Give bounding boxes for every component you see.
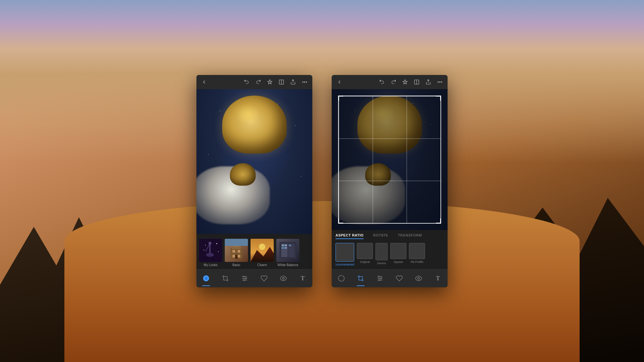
right-redo-button[interactable]	[389, 78, 398, 87]
star	[220, 111, 220, 111]
back-button[interactable]	[200, 78, 209, 87]
star	[278, 104, 278, 104]
right-bottom-heal-button[interactable]	[393, 272, 406, 285]
bottom-looks-button[interactable]	[200, 272, 213, 285]
aspect-options: Unconstrained Original Device Square	[336, 243, 444, 266]
share-button[interactable]	[289, 78, 298, 87]
right-compare-button[interactable]	[412, 78, 421, 87]
magic-button[interactable]	[265, 78, 274, 87]
look-label-mylooks: My Looks	[204, 263, 218, 267]
more-button[interactable]	[300, 78, 309, 87]
svg-rect-24	[225, 239, 248, 246]
aspect-option-unconstrained[interactable]: Unconstrained	[336, 243, 354, 266]
crop-corner-bl[interactable]	[338, 218, 343, 224]
tab-aspect-ratio[interactable]: ASPECT RATIO	[336, 233, 364, 239]
aspect-box-square	[390, 243, 406, 259]
bottom-text-button[interactable]: T	[296, 272, 309, 285]
svg-point-45	[243, 280, 245, 281]
undo-button[interactable]	[242, 78, 251, 87]
svg-rect-35	[282, 247, 284, 249]
aspect-box-device	[375, 243, 388, 260]
aspect-option-square[interactable]: Square	[390, 243, 406, 264]
look-thumb-mylooks	[199, 239, 222, 262]
right-bottom-looks-button[interactable]	[335, 272, 348, 285]
look-thumb-whitebalance	[276, 239, 299, 262]
svg-point-60	[379, 280, 380, 281]
aspect-box-original	[357, 243, 373, 259]
look-thumb-charm	[251, 239, 274, 262]
svg-rect-23	[235, 255, 238, 259]
bottom-adjust-button[interactable]	[238, 272, 251, 285]
bottom-redeye-button[interactable]	[277, 272, 290, 285]
aspect-option-device[interactable]: Device	[375, 243, 388, 265]
crop-corner-br[interactable]	[436, 218, 441, 224]
jellyfish-scene	[196, 89, 312, 234]
right-bottom-text-button[interactable]: T	[431, 272, 444, 285]
svg-point-51	[440, 81, 440, 82]
look-item-basic[interactable]: Basic	[225, 239, 248, 267]
right-share-button[interactable]	[424, 78, 433, 87]
compare-button[interactable]	[277, 78, 286, 87]
right-bottom-toolbar: T	[332, 269, 448, 287]
left-bottom-toolbar: T	[196, 269, 312, 287]
jellyfish-bell-large	[222, 96, 287, 153]
tab-transform[interactable]: TRANSFORM	[398, 233, 422, 239]
crop-corner-tr[interactable]	[436, 96, 441, 101]
redo-button[interactable]	[254, 78, 263, 87]
right-bottom-crop-button[interactable]	[354, 272, 367, 285]
star	[301, 176, 301, 177]
svg-rect-54	[359, 277, 363, 280]
svg-rect-34	[289, 245, 291, 246]
right-back-button[interactable]	[335, 78, 344, 87]
aspect-label-unconstrained: Unconstrained	[336, 263, 354, 266]
right-undo-button[interactable]	[377, 78, 386, 87]
look-label-whitebalance: White Balance	[278, 263, 298, 267]
crop-corner-tl[interactable]	[338, 96, 343, 101]
look-item-mylooks[interactable]: My Looks	[199, 239, 222, 267]
aspect-label-fb-profile: FB Profile	[411, 260, 423, 264]
svg-point-43	[243, 276, 244, 277]
left-phone-panel: My Looks	[196, 75, 312, 287]
aspect-option-original[interactable]: Original	[357, 243, 373, 264]
look-item-whitebalance[interactable]: White Balance	[276, 239, 299, 267]
svg-point-44	[245, 278, 247, 279]
look-label-basic: Basic	[232, 263, 240, 267]
aspect-label-square: Square	[394, 260, 403, 264]
right-magic-button[interactable]	[401, 78, 410, 87]
svg-point-61	[418, 277, 420, 279]
bottom-crop-button[interactable]	[219, 272, 232, 285]
aspect-option-fb-profile[interactable]: FB Profile	[409, 243, 425, 264]
right-phone-panel: ASPECT RATIO ROTATE TRANSFORM Unconstrai…	[332, 75, 448, 287]
aspect-tabs: ASPECT RATIO ROTATE TRANSFORM	[336, 233, 444, 239]
bottom-heal-button[interactable]	[258, 272, 270, 285]
svg-rect-20	[238, 250, 240, 253]
aspect-label-original: Original	[360, 260, 370, 264]
svg-point-14	[218, 251, 219, 252]
svg-rect-22	[238, 255, 240, 257]
star	[295, 125, 296, 126]
aspect-label-device: Device	[377, 262, 386, 265]
right-more-button[interactable]	[435, 78, 444, 87]
svg-rect-21	[232, 255, 235, 257]
looks-panel: My Looks	[196, 234, 312, 269]
aspect-ratio-panel: ASPECT RATIO ROTATE TRANSFORM Unconstrai…	[332, 230, 448, 269]
svg-point-26	[259, 244, 265, 250]
look-label-charm: Charm	[257, 263, 267, 267]
crop-overlay[interactable]	[338, 96, 441, 224]
svg-rect-36	[285, 247, 287, 249]
look-item-charm[interactable]: Charm	[251, 239, 274, 267]
svg-point-58	[378, 276, 380, 277]
svg-point-52	[441, 81, 442, 82]
svg-point-8	[206, 253, 214, 257]
tab-rotate[interactable]: ROTATE	[373, 233, 388, 239]
left-image-area	[196, 89, 312, 234]
look-thumb-basic	[225, 239, 248, 262]
right-bottom-adjust-button[interactable]	[374, 272, 386, 285]
left-toolbar	[196, 75, 312, 89]
svg-point-38	[204, 277, 208, 280]
right-bottom-redeye-button[interactable]	[412, 272, 425, 285]
svg-point-12	[216, 243, 217, 244]
star	[208, 154, 209, 155]
svg-point-3	[303, 81, 303, 82]
svg-point-46	[282, 277, 284, 279]
